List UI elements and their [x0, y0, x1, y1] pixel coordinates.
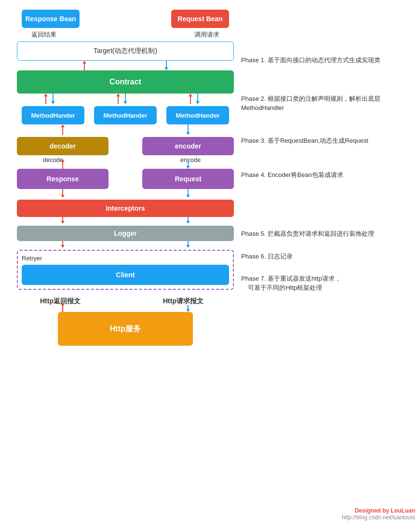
left-panel: Response Bean Request Bean 返回结果 调用请求 Tar… — [7, 5, 244, 346]
svg-marker-31 — [61, 221, 65, 224]
retryer-row: Retryer Client — [17, 250, 234, 290]
phase4-annotation: Phase 4. Encoder将Bean包装成请求 — [241, 170, 415, 180]
codec-row: decoder encoder — [17, 137, 234, 155]
encoder-box: encoder — [142, 137, 234, 155]
client-box: Client — [22, 265, 229, 285]
http-service-row: Http服务 — [17, 312, 234, 346]
svg-marker-13 — [116, 94, 120, 96]
target-box: Target(动态代理机制) — [17, 41, 234, 61]
logger-box: Logger — [17, 226, 234, 241]
codec-arrows: decode encode — [17, 155, 234, 169]
contract-row: Contract — [17, 70, 234, 94]
retryer-container: Retryer Client — [17, 250, 234, 290]
svg-text:Http返回报文: Http返回报文 — [40, 297, 81, 305]
interceptors-box: Interceptors — [17, 200, 234, 217]
svg-marker-33 — [186, 221, 190, 224]
watermark-url: http://blog.csdn.net/luanlouis — [342, 514, 415, 521]
svg-marker-11 — [44, 94, 48, 96]
phase7-annotation: Phase 7. 基于重试器发送http请求， 可基于不同的Http框架处理 — [241, 274, 415, 293]
phase4-text: Phase 4. Encoder将Bean包装成请求 — [241, 170, 415, 180]
logger-row: Logger — [17, 226, 234, 241]
resp-req-row: Response Request — [17, 169, 234, 189]
svg-marker-9 — [196, 101, 200, 104]
return-label: 返回结果 — [31, 30, 56, 39]
right-panel: Phase 1. 基于面向接口的动态代理方式生成实现类 Phase 2. 根据接… — [236, 5, 415, 293]
phase3-annotation: Phase 3. 基于RequestBean,动态生成Request — [241, 136, 415, 146]
decoder-box: decoder — [17, 137, 108, 155]
phase6-annotation: Phase 6. 日志记录 — [241, 252, 415, 261]
retryer-label: Retryer — [22, 255, 229, 262]
method-handler-2: MethodHander — [94, 106, 157, 124]
svg-text:Http请求报文: Http请求报文 — [163, 297, 203, 305]
beans-row: Response Bean Request Bean — [7, 10, 244, 28]
svg-marker-3 — [82, 61, 86, 64]
svg-marker-5 — [51, 101, 55, 104]
arrow-logger-client — [17, 241, 234, 250]
arrow-target-contract — [17, 61, 234, 70]
svg-marker-35 — [61, 245, 65, 248]
http-service-box: Http服务 — [58, 312, 193, 346]
svg-marker-15 — [189, 94, 192, 96]
arrow-handlers-codec — [17, 124, 234, 137]
svg-marker-1 — [164, 68, 168, 70]
svg-marker-7 — [123, 101, 127, 104]
phase2-annotation: Phase 2. 根据接口类的注解声明规则，解析出底层MethodHandler — [241, 94, 415, 113]
phase1-text: Phase 1. 基于面向接口的动态代理方式生成实现类 — [241, 55, 415, 65]
phase1-annotation: Phase 1. 基于面向接口的动态代理方式生成实现类 — [241, 55, 415, 65]
method-handler-3: MethodHander — [166, 106, 229, 124]
phase5-annotation: Phase 5. 拦截器负责对请求和返回进行装饰处理 — [241, 229, 415, 239]
svg-marker-17 — [186, 132, 190, 135]
bean-labels-row: 返回结果 调用请求 — [7, 30, 244, 39]
call-label: 调用请求 — [194, 30, 219, 39]
arrow-contract-handlers — [17, 94, 234, 106]
svg-marker-29 — [186, 195, 190, 198]
svg-marker-25 — [186, 166, 190, 169]
phase3-text: Phase 3. 基于RequestBean,动态生成Request — [241, 136, 415, 146]
watermark: Designed by LouLuan http://blog.csdn.net… — [342, 507, 415, 521]
svg-text:encode: encode — [180, 156, 201, 163]
target-row: Target(动态代理机制) — [17, 41, 234, 61]
diagram-area: Response Bean Request Bean 返回结果 调用请求 Tar… — [0, 0, 420, 528]
svg-marker-27 — [61, 195, 65, 198]
request-bean-box: Request Bean — [171, 10, 229, 28]
arrow-interceptors-logger — [17, 217, 234, 226]
svg-marker-19 — [61, 124, 65, 127]
phase7-text: Phase 7. 基于重试器发送http请求， 可基于不同的Http框架处理 — [241, 274, 415, 293]
handlers-row: MethodHander MethodHander MethodHander — [17, 106, 234, 124]
response-bean-box: Response Bean — [22, 10, 80, 28]
arrow-resp-req-interceptors — [17, 189, 234, 200]
svg-marker-37 — [186, 245, 190, 248]
response-box: Response — [17, 169, 108, 189]
phase6-text: Phase 6. 日志记录 — [241, 252, 415, 261]
request-box: Request — [142, 169, 234, 189]
phase5-text: Phase 5. 拦截器负责对请求和返回进行装饰处理 — [241, 229, 415, 239]
designed-by-label: Designed by LouLuan — [342, 507, 415, 514]
method-handler-1: MethodHander — [22, 106, 84, 124]
contract-box: Contract — [17, 70, 234, 94]
svg-marker-43 — [186, 309, 190, 312]
interceptors-row: Interceptors — [17, 200, 234, 217]
svg-text:decode: decode — [43, 156, 64, 163]
phase2-text: Phase 2. 根据接口类的注解声明规则，解析出底层MethodHandler — [241, 94, 415, 113]
http-labels-section: Http返回报文 Http请求报文 — [17, 290, 234, 312]
